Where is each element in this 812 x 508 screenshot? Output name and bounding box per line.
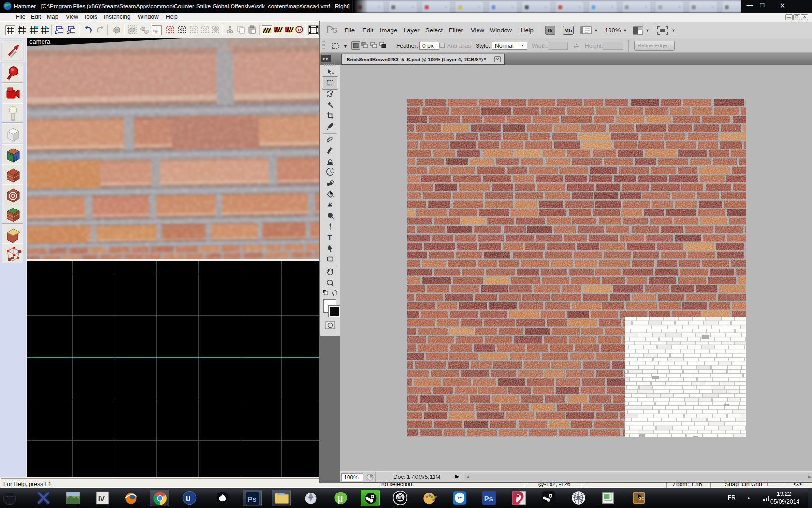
svg-text:T: T	[328, 234, 332, 241]
svg-text:Ps: Ps	[248, 495, 257, 503]
svg-text:L: L	[55, 30, 57, 34]
svg-text:S: S	[67, 30, 70, 34]
svg-text:µ: µ	[337, 493, 343, 504]
svg-text:ig: ig	[153, 28, 158, 33]
svg-text:GO: GO	[638, 496, 644, 501]
svg-text:BLE: BLE	[398, 497, 403, 500]
svg-text:IV: IV	[98, 495, 105, 503]
svg-text:u: u	[185, 493, 191, 503]
svg-text:R: R	[298, 28, 301, 32]
svg-text:3D: 3D	[19, 26, 24, 30]
svg-text:Ps: Ps	[484, 495, 493, 503]
